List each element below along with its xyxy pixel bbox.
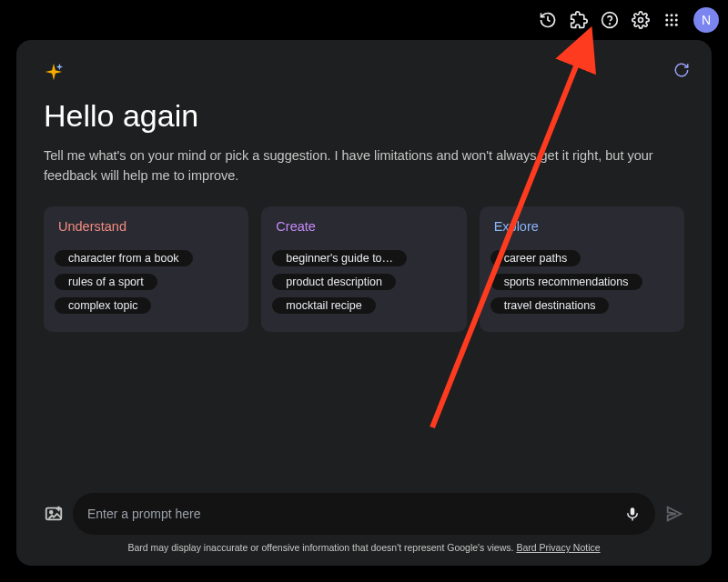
chip-understand-0[interactable]: character from a book bbox=[55, 250, 193, 266]
chip-understand-2[interactable]: complex topic bbox=[55, 297, 151, 314]
chip-create-0[interactable]: beginner's guide to… bbox=[272, 250, 407, 266]
main-panel: Hello again Tell me what's on your mind … bbox=[16, 40, 712, 566]
settings-icon[interactable] bbox=[632, 11, 650, 29]
prompt-input-container bbox=[73, 493, 655, 535]
chip-create-1[interactable]: product description bbox=[272, 274, 396, 290]
privacy-link[interactable]: Bard Privacy Notice bbox=[516, 542, 600, 553]
svg-point-13 bbox=[50, 511, 53, 514]
reset-icon[interactable] bbox=[673, 62, 690, 78]
card-create: Create beginner's guide to… product desc… bbox=[261, 206, 466, 332]
send-icon[interactable] bbox=[664, 504, 684, 524]
extension-icon[interactable] bbox=[570, 11, 588, 29]
input-row bbox=[44, 493, 684, 535]
greeting-subtitle: Tell me what's on your mind or pick a su… bbox=[44, 146, 662, 186]
svg-point-5 bbox=[675, 14, 678, 16]
svg-point-9 bbox=[665, 24, 668, 26]
help-icon[interactable] bbox=[601, 11, 619, 29]
chip-explore-2[interactable]: travel destinations bbox=[490, 297, 610, 314]
sparkle-icon bbox=[44, 62, 64, 82]
mic-icon[interactable] bbox=[624, 506, 641, 522]
svg-point-10 bbox=[671, 24, 673, 26]
chip-explore-1[interactable]: sports recommendations bbox=[490, 274, 642, 290]
card-understand: Understand character from a book rules o… bbox=[44, 206, 248, 332]
upload-image-icon[interactable] bbox=[44, 504, 64, 524]
svg-point-4 bbox=[671, 14, 673, 16]
chip-explore-0[interactable]: career paths bbox=[490, 250, 581, 266]
suggestion-cards: Understand character from a book rules o… bbox=[44, 206, 684, 332]
svg-point-2 bbox=[639, 18, 643, 23]
avatar[interactable]: N bbox=[693, 7, 719, 33]
card-title-understand: Understand bbox=[55, 219, 238, 234]
top-bar: N bbox=[539, 7, 719, 33]
chip-create-2[interactable]: mocktail recipe bbox=[272, 297, 375, 314]
card-title-explore: Explore bbox=[490, 219, 673, 234]
svg-point-3 bbox=[665, 14, 668, 16]
disclaimer: Bard may display inaccurate or offensive… bbox=[44, 542, 684, 553]
card-title-create: Create bbox=[272, 219, 455, 234]
svg-point-7 bbox=[671, 19, 673, 22]
apps-icon[interactable] bbox=[662, 11, 681, 29]
prompt-input[interactable] bbox=[87, 507, 624, 521]
greeting-title: Hello again bbox=[44, 98, 684, 134]
svg-point-6 bbox=[665, 19, 668, 22]
svg-point-8 bbox=[675, 19, 678, 22]
chip-understand-1[interactable]: rules of a sport bbox=[55, 274, 157, 290]
svg-point-1 bbox=[610, 24, 611, 25]
svg-point-11 bbox=[675, 24, 678, 26]
history-icon[interactable] bbox=[539, 11, 557, 29]
card-explore: Explore career paths sports recommendati… bbox=[480, 206, 684, 332]
disclaimer-text: Bard may display inaccurate or offensive… bbox=[127, 542, 516, 553]
